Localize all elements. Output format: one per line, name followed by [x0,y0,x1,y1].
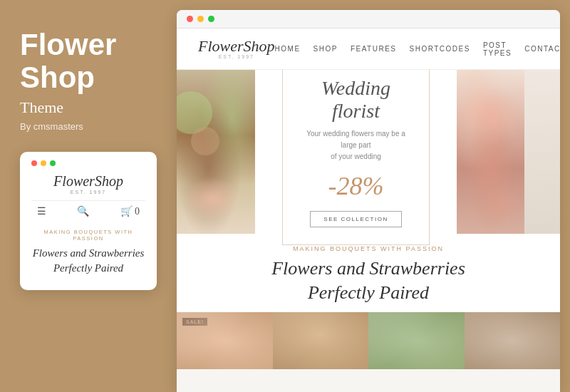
nav-features[interactable]: Features [351,45,397,53]
nav-post-types[interactable]: Post Types [483,41,512,57]
hero-center: Wedding florist Your wedding flowers may… [255,70,457,234]
mobile-cart-icon: 🛒 0 [120,205,140,217]
mobile-dot-green [50,160,56,166]
site-logo-sub: EST. 1997 [198,54,275,59]
mobile-search-icon: 🔍 [77,205,89,217]
browser-dot-yellow [197,16,204,22]
content-tagline: Making Bouquets With Passion [198,245,539,252]
mobile-dot-red [31,160,37,166]
mobile-logo-area: FlowerShop EST. 1997 [31,173,145,195]
browser-dot-green [208,16,214,22]
hero-right-image [457,70,524,234]
browser-bar [177,10,560,29]
product-row: SALE! [177,312,560,369]
mobile-window-dots [31,160,145,166]
product-item-3 [368,312,465,369]
content-heading: Flowers and Strawberries Perfectly Paire… [198,257,539,305]
hero-title: Wedding florist [304,77,408,123]
site-logo-area: FlowerShop EST. 1997 [198,38,275,59]
sidebar-author: By cmsmasters [20,121,157,132]
hero-description: Your wedding flowers may be a large part… [304,128,408,163]
sidebar-title: Flower Shop [20,29,157,94]
nav-shop[interactable]: Shop [314,45,338,53]
hero-left-image [177,70,255,234]
see-collection-button[interactable]: SEE COLLECTION [310,211,401,227]
site-nav: Home Shop Features Shortcodes Post Types… [275,41,560,57]
mobile-heading: Flowers and Strawberries Perfectly Paire… [31,246,145,276]
hero-discount: -28% [304,171,408,201]
browser-dot-red [187,16,193,22]
site-header: FlowerShop EST. 1997 Home Shop Features … [177,29,560,70]
nav-home[interactable]: Home [275,45,301,53]
mobile-tagline: Making Bouquets With Passion [31,229,145,242]
hero-section: Wedding florist Your wedding flowers may… [177,70,560,234]
mobile-dot-yellow [41,160,46,166]
mobile-menu-icon: ☰ [37,205,46,217]
nav-contacts[interactable]: Contacts [524,45,560,53]
mobile-nav-icons: ☰ 🔍 🛒 0 [31,200,145,222]
mobile-logo-sub: EST. 1997 [31,190,145,195]
mobile-preview: FlowerShop EST. 1997 ☰ 🔍 🛒 0 Making Bouq… [20,152,157,290]
site-logo: FlowerShop [198,38,275,54]
sidebar-subtitle: Theme [20,98,157,117]
hero-far-right-panel [524,70,560,234]
nav-shortcodes[interactable]: Shortcodes [410,45,470,53]
sidebar: Flower Shop Theme By cmsmasters FlowerSh… [0,0,177,392]
product-item-4 [465,312,561,369]
browser-window: FlowerShop EST. 1997 Home Shop Features … [177,10,560,392]
mobile-logo: FlowerShop [31,173,145,190]
product-item-2 [273,312,369,369]
site-content: Wedding florist Your wedding flowers may… [177,70,560,392]
product-item-1: SALE! [177,312,273,369]
content-section: Making Bouquets With Passion Flowers and… [177,234,560,312]
